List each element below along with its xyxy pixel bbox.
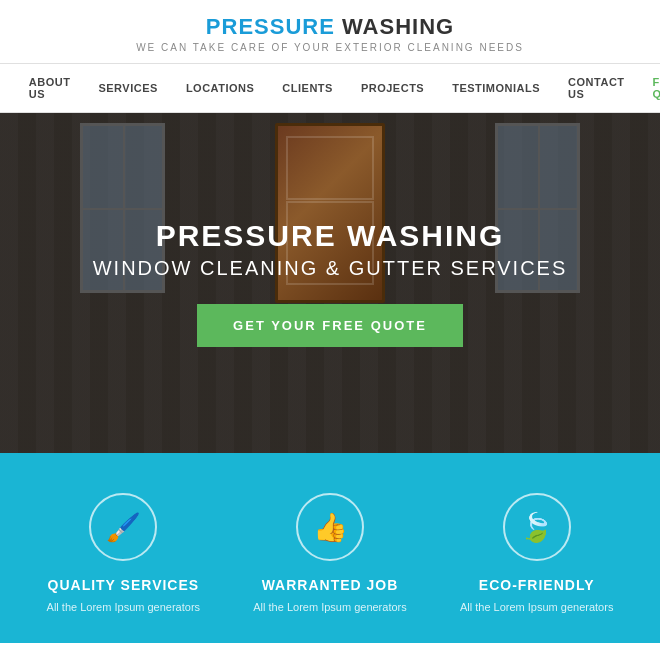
eco-icon-circle: 🍃 — [503, 493, 571, 561]
hero-title-main: PRESSURE WASHING — [93, 219, 568, 253]
quality-icon-circle: 🖌️ — [89, 493, 157, 561]
nav-contact[interactable]: CONTACT US — [554, 64, 638, 112]
hero-section: PRESSURE WASHING WINDOW CLEANING & GUTTE… — [0, 113, 660, 453]
nav-free-quote[interactable]: FREE QUOTE — [639, 64, 660, 112]
warranted-desc: All the Lorem Ipsum generators — [237, 601, 424, 613]
feature-quality: 🖌️ QUALITY SERVICES All the Lorem Ipsum … — [20, 493, 227, 613]
hero-cta-button[interactable]: GET YOUR FREE QUOTE — [197, 304, 463, 347]
thumbs-up-icon: 👍 — [313, 511, 348, 544]
site-logo: PRESSURE WASHING — [0, 14, 660, 40]
warranted-icon-circle: 👍 — [296, 493, 364, 561]
leaf-icon: 🍃 — [519, 511, 554, 544]
eco-desc: All the Lorem Ipsum generators — [443, 601, 630, 613]
features-section: 🖌️ QUALITY SERVICES All the Lorem Ipsum … — [0, 453, 660, 643]
hero-content: PRESSURE WASHING WINDOW CLEANING & GUTTE… — [93, 219, 568, 347]
eco-title: ECO-FRIENDLY — [443, 577, 630, 593]
nav-services[interactable]: SERVICES — [84, 70, 171, 106]
nav-home[interactable]: HOME — [0, 70, 15, 106]
nav-clients[interactable]: CLIENTS — [268, 70, 347, 106]
paint-brush-icon: 🖌️ — [106, 511, 141, 544]
nav-locations[interactable]: LOCATIONS — [172, 70, 268, 106]
hero-title-sub: WINDOW CLEANING & GUTTER SERVICES — [93, 257, 568, 280]
quality-title: QUALITY SERVICES — [30, 577, 217, 593]
nav-testimonials[interactable]: TESTIMONIALS — [438, 70, 554, 106]
site-header: PRESSURE WASHING WE CAN TAKE CARE OF YOU… — [0, 0, 660, 64]
feature-eco: 🍃 ECO-FRIENDLY All the Lorem Ipsum gener… — [433, 493, 640, 613]
site-tagline: WE CAN TAKE CARE OF YOUR EXTERIOR CLEANI… — [0, 42, 660, 53]
logo-washing: WASHING — [335, 14, 454, 39]
logo-pressure: PRESSURE — [206, 14, 335, 39]
nav-about[interactable]: ABOUT US — [15, 64, 85, 112]
main-nav: HOME ABOUT US SERVICES LOCATIONS CLIENTS… — [0, 64, 660, 113]
feature-warranted: 👍 WARRANTED JOB All the Lorem Ipsum gene… — [227, 493, 434, 613]
nav-projects[interactable]: PROJECTS — [347, 70, 438, 106]
warranted-title: WARRANTED JOB — [237, 577, 424, 593]
quality-desc: All the Lorem Ipsum generators — [30, 601, 217, 613]
